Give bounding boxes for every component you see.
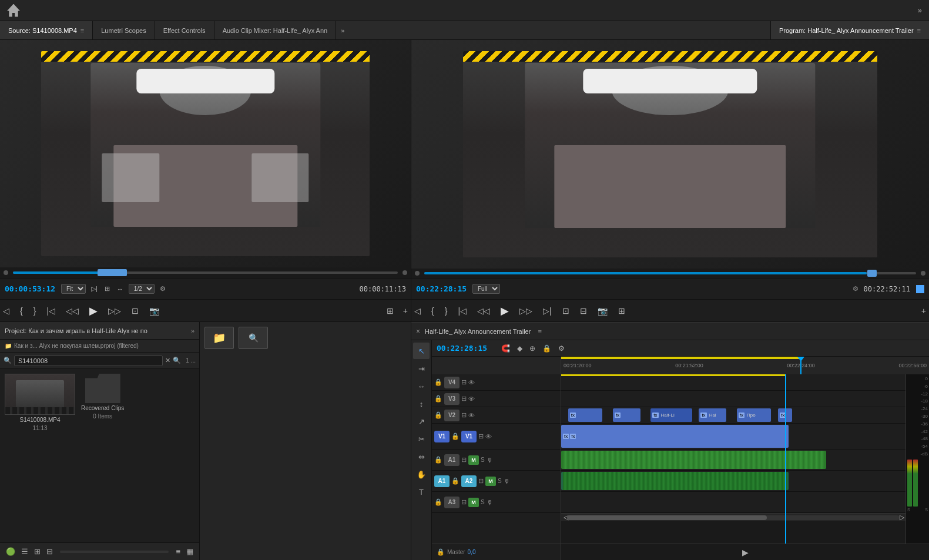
a3-sync-icon[interactable]: ⊟ (461, 498, 467, 506)
search-options-btn[interactable]: 🔍 (173, 357, 181, 364)
a2-mic-icon[interactable]: 🎙 (504, 478, 510, 485)
zoom-slider[interactable] (60, 551, 169, 553)
automate-to-seq-btn[interactable]: ▦ (185, 546, 194, 557)
a1-clip[interactable] (561, 451, 826, 469)
rolling-tool-btn[interactable]: ↕ (413, 395, 430, 412)
v1-main-clip[interactable]: fx fx (561, 425, 789, 448)
source-add-to-timeline-btn[interactable]: ⊞ (384, 305, 397, 317)
a3-mute-btn[interactable]: M (468, 498, 479, 507)
v4-toggle[interactable]: V4 (444, 377, 460, 388)
list-view-btn[interactable]: ☰ (20, 546, 29, 557)
tab-effect-controls[interactable]: Effect Controls (155, 21, 214, 39)
source-scrubber-handle[interactable] (98, 269, 127, 276)
new-bin-btn[interactable]: 🟢 (5, 546, 16, 557)
new-folder-btn[interactable]: 📁 (204, 327, 234, 349)
source-step-fwd-btn[interactable]: ▷▷ (105, 305, 124, 317)
tl-scrollbar-track[interactable] (567, 515, 900, 520)
project-search-input[interactable] (14, 356, 163, 366)
v2-lock-icon[interactable]: 🔒 (434, 411, 442, 419)
tl-scrollbar-h[interactable]: ◁ ▷ (561, 513, 905, 521)
prog-prev-edit-btn[interactable]: { (428, 305, 437, 317)
v2-clip-1[interactable]: fx (568, 408, 603, 422)
tab-lumetri[interactable]: Lumetri Scopes (93, 21, 155, 39)
prog-step-fwd-btn[interactable]: ▷▷ (517, 305, 535, 317)
prog-go-out-btn[interactable]: ▷| (540, 305, 555, 317)
source-zoom-btn[interactable]: ⊞ (103, 284, 112, 293)
source-mark-in-btn[interactable]: ◁ (0, 305, 12, 317)
tl-settings-btn[interactable]: ⚙ (556, 343, 567, 354)
track-select-tool-btn[interactable]: ⇥ (413, 360, 430, 377)
v3-lock-icon[interactable]: 🔒 (434, 395, 442, 403)
source-camera-btn[interactable]: 📷 (146, 305, 162, 317)
source-settings-btn[interactable]: ⚙ (158, 284, 167, 293)
v2-toggle[interactable]: V2 (444, 410, 460, 421)
v1-sync-icon[interactable]: ⊟ (478, 432, 484, 440)
timeline-menu-btn[interactable]: ≡ (538, 328, 541, 335)
search-clear-btn[interactable]: ✕ (165, 357, 170, 364)
a3-lock-icon[interactable]: 🔒 (434, 498, 442, 506)
v2-clip-3[interactable]: fx Half-Li (650, 408, 692, 422)
slip-tool-btn[interactable]: ⇔ (413, 448, 430, 465)
program-fit-select[interactable]: Full (472, 284, 500, 294)
prog-go-in-btn[interactable]: |◁ (455, 305, 469, 317)
source-fit-select[interactable]: Fit (61, 284, 86, 294)
a2-toggle[interactable]: A2 (461, 475, 477, 487)
a1-mic-icon[interactable]: 🎙 (487, 457, 493, 464)
a1-sync-icon[interactable]: ⊟ (461, 456, 467, 464)
v2-clip-4[interactable]: fx Hal (699, 408, 726, 422)
source-timecode[interactable]: 00:00:53:12 (5, 284, 58, 293)
program-scrubber-track[interactable] (424, 272, 916, 274)
v2-clip-2[interactable]: fx (613, 408, 640, 422)
source-go-in-btn[interactable]: |◁ (43, 305, 58, 317)
tl-snap-btn[interactable]: 🧲 (499, 343, 512, 354)
v3-sync-icon[interactable]: ⊟ (461, 395, 467, 403)
prog-add-btn[interactable]: + (918, 305, 929, 317)
freeform-view-btn[interactable]: ⊟ (45, 546, 54, 557)
timeline-timecode[interactable]: 00:22:28:15 (437, 344, 487, 353)
source-tab-menu[interactable]: ≡ (81, 27, 84, 34)
a3-mic-icon[interactable]: 🎙 (487, 499, 493, 506)
source-ripple-btn[interactable]: ↔ (115, 285, 125, 293)
hand-tool-btn[interactable]: ✋ (413, 466, 430, 482)
a1-lock-icon[interactable]: 🔒 (434, 456, 442, 464)
a2-lock-icon[interactable]: 🔒 (451, 477, 460, 485)
master-play-btn[interactable]: ▶ (742, 548, 749, 557)
v3-eye-icon[interactable]: 👁 (468, 395, 475, 403)
tl-scrollbar-thumb[interactable] (567, 515, 767, 520)
source-step-back-btn[interactable]: ◁◁ (63, 305, 82, 317)
v1-lock-icon[interactable]: 🔒 (451, 432, 460, 440)
tab-source[interactable]: Source: S1410008.MP4 ≡ (0, 21, 93, 39)
program-tab-menu[interactable]: ≡ (917, 27, 921, 34)
tab-overflow[interactable]: » (336, 21, 349, 39)
source-step-forward-btn[interactable]: ▷| (89, 284, 99, 293)
project-overflow-btn[interactable]: » (191, 327, 194, 334)
prog-play-btn[interactable]: ▶ (498, 303, 512, 318)
home-icon[interactable] (7, 4, 20, 17)
prog-next-edit-btn[interactable]: } (442, 305, 451, 317)
tl-add-marker-btn[interactable]: ⊕ (527, 343, 538, 354)
v4-eye-icon[interactable]: 👁 (468, 379, 475, 386)
recovered-clips-item[interactable]: Recovered Clips 0 Items (81, 374, 124, 538)
project-settings-btn[interactable]: ≡ (175, 546, 182, 557)
a3-solo-btn[interactable]: S (481, 499, 485, 505)
a1-solo-btn[interactable]: S (481, 457, 485, 463)
tl-marker-btn[interactable]: ◆ (515, 343, 525, 354)
source-insert-clip-btn[interactable]: + (400, 305, 411, 317)
prog-multi-btn[interactable]: ⊞ (615, 305, 628, 317)
a2-source-toggle[interactable]: A1 (434, 475, 450, 487)
master-input-value[interactable]: 0,0 (468, 549, 476, 555)
v3-toggle[interactable]: V3 (444, 393, 460, 405)
v1-eye-icon[interactable]: 👁 (485, 433, 492, 440)
v2-eye-icon[interactable]: 👁 (468, 412, 475, 419)
source-scrubber-track[interactable] (13, 271, 398, 274)
v1-toggle[interactable]: V1 (461, 431, 477, 442)
a1-toggle[interactable]: A1 (444, 454, 460, 466)
a2-mute-btn[interactable]: M (485, 477, 496, 486)
program-settings-btn[interactable]: ⚙ (851, 284, 860, 293)
a3-toggle[interactable]: A3 (444, 497, 460, 508)
rate-stretch-tool-btn[interactable]: ↗ (413, 413, 430, 430)
tl-scroll-right-btn[interactable]: ▷ (900, 514, 903, 521)
top-bar-overflow[interactable]: » (918, 6, 922, 15)
search-extra-btn[interactable]: 🔍 (239, 327, 268, 349)
v2-sync-icon[interactable]: ⊟ (461, 411, 467, 419)
